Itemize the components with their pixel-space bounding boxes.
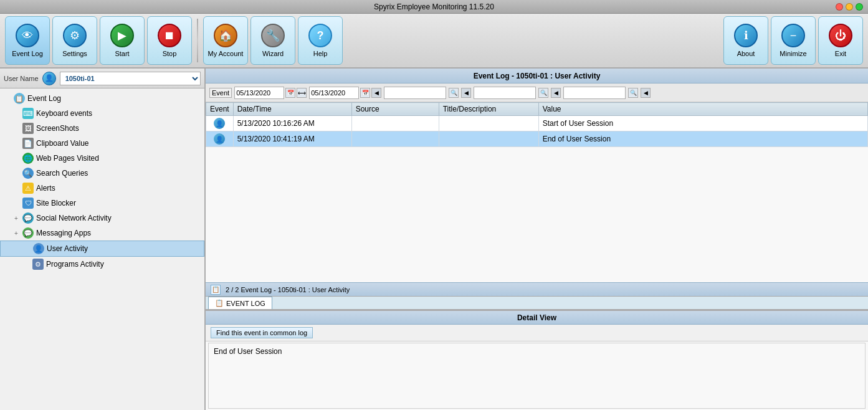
alerts-icon: ⚠ <box>22 183 34 194</box>
help-button[interactable]: ? Help <box>298 16 343 65</box>
start-icon: ▶ <box>110 24 134 47</box>
help-icon: ? <box>308 24 332 47</box>
date-to-input[interactable] <box>309 87 359 99</box>
row-titledesc <box>439 116 538 131</box>
sidebar-item-clipboard[interactable]: 📄 Clipboard Value <box>0 136 204 151</box>
detail-find-bar: Find this event in common log <box>206 325 868 341</box>
clipboard-icon: 📄 <box>22 138 34 149</box>
detail-view-title: Detail View <box>517 313 556 322</box>
source-clear-btn[interactable]: ◀ <box>461 88 471 98</box>
date-to-field: 📅 ◀ <box>309 87 381 99</box>
row-value: Start of User Session <box>538 116 867 131</box>
sidebar: User Name 👤 1050ti-01 📋 Event Log ⌨ Keyb… <box>0 69 206 410</box>
event-log-panel: Event Log - 1050ti-01 : User Activity Ev… <box>206 69 868 310</box>
row-titledesc <box>439 131 538 147</box>
event-log-tab[interactable]: 📋 EVENT LOG <box>208 297 272 309</box>
col-event-header[interactable]: Event <box>206 103 234 116</box>
event-log-label: Event Log <box>12 50 43 57</box>
web-pages-icon: 🌐 <box>22 153 34 164</box>
col-titledesc-label: Title/Description <box>443 105 497 113</box>
wizard-button[interactable]: 🔧 Wizard <box>250 16 295 65</box>
expand-icon-sq <box>12 169 20 177</box>
user-selector: User Name 👤 1050ti-01 <box>0 69 204 88</box>
tabs-bar: 📋 EVENT LOG <box>206 296 868 309</box>
date-from-input[interactable] <box>234 87 284 99</box>
table-row[interactable]: 👤5/13/2020 10:41:19 AMEnd of User Sessio… <box>206 131 868 147</box>
help-label: Help <box>313 50 328 57</box>
sidebar-item-event-log[interactable]: 📋 Event Log <box>0 91 204 106</box>
table-row[interactable]: 👤5/13/2020 10:16:26 AMStart of User Sess… <box>206 116 868 131</box>
detail-view-header: Detail View <box>206 311 868 325</box>
date-prev-icon[interactable]: ◀ <box>371 88 381 98</box>
expand-icon-sn: + <box>12 214 20 222</box>
col-source-header[interactable]: Source <box>351 103 439 116</box>
tree-container: 📋 Event Log ⌨ Keyboard events 🖼 ScreenSh… <box>0 88 204 410</box>
titledesc-clear-btn[interactable]: ◀ <box>551 88 561 98</box>
col-datetime-header[interactable]: Date/Time <box>233 103 351 116</box>
source-filter-icon[interactable]: 🔍 <box>449 88 459 98</box>
value-filter-icon[interactable]: 🔍 <box>628 88 638 98</box>
event-log-button[interactable]: 👁 Event Log <box>5 16 50 65</box>
about-icon: ℹ <box>734 24 758 47</box>
status-bar-icon: 📋 <box>211 285 221 295</box>
sidebar-item-search-queries[interactable]: 🔍 Search Queries <box>0 166 204 181</box>
expand-icon-ss <box>12 125 20 132</box>
user-dropdown[interactable]: 1050ti-01 <box>60 72 201 85</box>
find-btn-label: Find this event in common log <box>216 329 307 336</box>
stop-button[interactable]: ⏹ Stop <box>147 16 192 65</box>
maximize-button[interactable] <box>856 3 863 11</box>
title-text: Spyrix Employee Monitoring 11.5.20 <box>374 2 494 11</box>
sidebar-item-screenshots[interactable]: 🖼 ScreenShots <box>0 121 204 136</box>
row-value: End of User Session <box>538 131 867 147</box>
event-log-tab-icon: 📋 <box>215 299 224 307</box>
sidebar-item-programs-activity[interactable]: ⚙ Programs Activity <box>0 257 204 272</box>
source-filter-input[interactable] <box>384 87 446 99</box>
title-bar: Spyrix Employee Monitoring 11.5.20 <box>0 0 868 14</box>
sidebar-item-messaging-apps[interactable]: + 💬 Messaging Apps <box>0 226 204 241</box>
row-datetime: 5/13/2020 10:16:26 AM <box>233 116 351 131</box>
expand-icon-pa <box>22 260 30 268</box>
minimize-label: Minimize <box>780 50 806 57</box>
filter-event-label: Event <box>209 88 232 98</box>
col-value-header[interactable]: Value <box>538 103 867 116</box>
title-bar-buttons <box>836 3 863 11</box>
sidebar-item-social-network[interactable]: + 💬 Social Network Activity <box>0 211 204 226</box>
sidebar-item-web-pages[interactable]: 🌐 Web Pages Visited <box>0 151 204 166</box>
exit-button[interactable]: ⏻ Exit <box>818 16 863 65</box>
col-titledesc-header[interactable]: Title/Description <box>439 103 538 116</box>
value-filter-input[interactable] <box>563 87 626 99</box>
start-button[interactable]: ▶ Start <box>100 16 145 65</box>
close-button[interactable] <box>836 3 843 11</box>
expand-icon-sb <box>12 199 20 207</box>
user-name-label: User Name <box>4 75 39 82</box>
expand-icon-kb <box>12 110 20 117</box>
titledesc-filter-icon[interactable]: 🔍 <box>538 88 548 98</box>
sidebar-item-keyboard-events[interactable]: ⌨ Keyboard events <box>0 106 204 121</box>
col-datetime-label: Date/Time <box>237 105 272 113</box>
web-pages-label: Web Pages Visited <box>36 154 99 163</box>
about-button[interactable]: ℹ About <box>723 16 768 65</box>
sidebar-item-alerts[interactable]: ⚠ Alerts <box>0 181 204 196</box>
settings-button[interactable]: ⚙ Settings <box>52 16 97 65</box>
date-to-calendar-icon[interactable]: 📅 <box>360 88 370 98</box>
my-account-button[interactable]: 🏠 My Account <box>203 16 248 65</box>
row-event-icon: 👤 <box>206 131 234 147</box>
minimize-button[interactable]: − Minimize <box>771 16 816 65</box>
my-account-icon: 🏠 <box>214 24 237 47</box>
wizard-icon: 🔧 <box>261 24 285 47</box>
sidebar-item-site-blocker[interactable]: 🛡 Site Blocker <box>0 196 204 211</box>
date-from-swap-icon[interactable]: ⟷ <box>297 88 307 98</box>
titledesc-filter-input[interactable] <box>474 87 536 99</box>
exit-icon: ⏻ <box>829 24 852 47</box>
expand-icon-cb <box>12 140 20 147</box>
event-log-panel-header: Event Log - 1050ti-01 : User Activity <box>206 69 868 83</box>
keyboard-icon: ⌨ <box>22 108 34 119</box>
minimize-window-button[interactable] <box>846 3 853 11</box>
date-from-calendar-icon[interactable]: 📅 <box>285 88 295 98</box>
messaging-apps-label: Messaging Apps <box>36 229 91 237</box>
sidebar-item-user-activity[interactable]: 👤 User Activity <box>0 241 204 257</box>
alerts-label: Alerts <box>36 184 55 193</box>
find-in-common-log-button[interactable]: Find this event in common log <box>211 327 313 338</box>
my-account-label: My Account <box>208 50 244 57</box>
value-clear-btn[interactable]: ◀ <box>641 88 651 98</box>
